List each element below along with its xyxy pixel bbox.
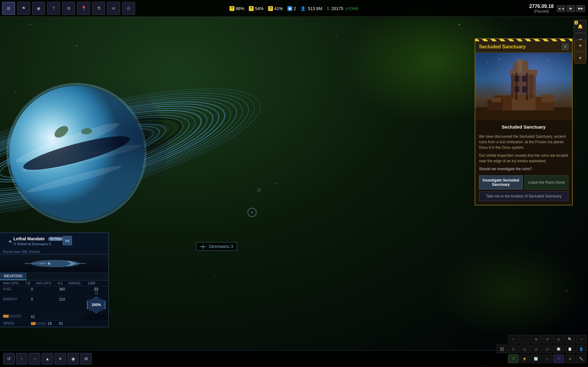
svg-point-43 <box>367 245 368 245</box>
br-btn-target2[interactable]: ◎ <box>553 335 564 343</box>
bottom-left-buttons: ↺ ↑ → ▲ ✕ ◉ ⚙ <box>0 353 95 365</box>
stat-icon-question1: ? <box>229 6 234 11</box>
stat-blue-count: ◉ 2 <box>288 6 296 11</box>
leave-ruins-button[interactable]: Leave the Ruins Alone <box>525 175 568 189</box>
stat-yellow1-value: 66% <box>236 6 244 11</box>
svg-point-76 <box>48 262 50 265</box>
br-btn-zoom-out[interactable]: - <box>519 335 530 343</box>
energy-percent-hex: 100% <box>87 297 105 313</box>
br-btn-grid4[interactable]: ◳ <box>542 345 552 353</box>
play-button[interactable]: ▶ <box>567 5 575 12</box>
bottom-btn-arrow[interactable]: → <box>29 353 40 365</box>
notification-badge: 1 <box>575 21 578 24</box>
br-btn-shield2[interactable]: 🛡 <box>553 354 564 363</box>
br-btn-plus2[interactable]: + <box>576 335 586 343</box>
bottom-btn-gear[interactable]: ⚙ <box>80 353 92 365</box>
br-btn-shield[interactable]: 🛡 <box>508 354 518 363</box>
weapons-tabs: WEAPONS <box>0 273 108 280</box>
speed-col3: 61 <box>28 314 56 320</box>
event-content: Secluded Sanctuary We have discovered th… <box>475 120 572 205</box>
br-btn-zoom-in[interactable]: + <box>508 335 518 343</box>
event-description-2: Our orbital inspection reveals that the … <box>479 153 568 164</box>
event-question: Should we investigate the ruins? <box>479 166 568 172</box>
br-btn-energy[interactable]: ⚡ <box>519 354 530 363</box>
speed-bar-cell <box>0 314 28 320</box>
event-panel: Secluded Sanctuary ✕ <box>475 38 573 205</box>
speed-num: 18 <box>47 321 51 326</box>
energy-col3: 210 <box>56 296 84 314</box>
speed-empty <box>84 320 108 327</box>
svg-point-70 <box>548 60 548 61</box>
weapons-tab[interactable]: WEAPONS <box>0 273 26 280</box>
event-panel-close-button[interactable]: ✕ <box>562 44 568 50</box>
svg-point-33 <box>459 24 460 25</box>
br-btn-person[interactable]: 👤 <box>576 345 586 353</box>
br-btn-clipboard[interactable]: 📋 <box>565 345 575 353</box>
fleet-ship-type: Escort (size 382, Escort) <box>0 249 108 254</box>
notification-button[interactable]: 1 🔔 <box>574 20 586 33</box>
fleet-ship-icon: ⋈ <box>63 236 72 245</box>
br-btn-search[interactable]: 🔍 <box>565 335 575 343</box>
range-label: RANGE: <box>69 281 81 285</box>
bottom-btn-minus[interactable]: ✕ <box>55 353 66 365</box>
locate-button[interactable]: Take me to the location of Secluded Sanc… <box>479 191 568 201</box>
toolbar-btn-circle[interactable]: ⊙ <box>122 2 135 15</box>
ship-illustration <box>24 254 86 273</box>
event-settings-btn-2[interactable]: ✦ <box>574 52 586 64</box>
br-btn-zoom-min[interactable]: ⊖ <box>542 335 552 343</box>
toolbar-btn-pin[interactable]: ⚙ <box>62 2 75 15</box>
bottom-btn-up[interactable]: ↑ <box>16 353 28 365</box>
speed-extra <box>56 314 84 320</box>
event-image <box>475 53 572 120</box>
energy-label: ENERGY <box>0 296 28 314</box>
top-stats: ? 66% ? 54% ? 41% ◉ 2 👤 513 8M $ 20175 (… <box>229 0 358 17</box>
max-dps-value: 7.8 <box>25 281 30 285</box>
speed-bar-fill-2 <box>31 322 36 325</box>
br-btn-grid2[interactable]: ◱ <box>519 345 530 353</box>
stat-credits: $ 20175 (+2344) <box>327 6 358 11</box>
weapons-stats-row: MAX DPS: 7.8 AVG DPS: 4.1 RANGE: 1200 <box>0 280 108 286</box>
ruins-illustration <box>475 53 572 120</box>
fleet-mission: Refuel at Desmaanu 3 <box>17 242 51 246</box>
bottom-btn-target[interactable]: ◉ <box>67 353 79 365</box>
fleet-arrow-left[interactable]: ◄ <box>6 238 13 244</box>
toolbar-btn-camera[interactable]: ◉ <box>32 2 45 15</box>
br-btn-add[interactable]: ⊕ <box>565 354 575 363</box>
br-btn-grid3[interactable]: ◲ <box>531 345 541 353</box>
br-btn-wrench[interactable]: 🔧 <box>576 354 586 363</box>
stat-yellow3: ? 41% <box>268 6 283 11</box>
br-btn-grid1[interactable]: ◰ <box>508 345 518 353</box>
forward-button[interactable]: ▶▶ <box>576 5 585 12</box>
svg-point-69 <box>499 59 500 60</box>
fuel-stacked: 22 72 <box>84 286 108 296</box>
toolbar-btn-flag[interactable]: ⚑ <box>17 2 30 15</box>
bottom-btn-triangle[interactable]: ▲ <box>42 353 53 365</box>
br-btn-rotate[interactable]: 🔄 <box>531 354 541 363</box>
bottom-right-row-2: ⬛ ◰ ◱ ◲ ◳ 🔲 📋 👤 <box>497 345 586 353</box>
toolbar-btn-science[interactable]: ⚗ <box>92 2 105 15</box>
rewind-button[interactable]: ◄◄ <box>557 5 565 12</box>
fleet-header-container: ◄ Lethal Mandate 7th Fleet ⊙ Refuel at D… <box>3 234 83 248</box>
event-btn-row-1: Investigate Secluded Sanctuary Leave the… <box>479 175 568 189</box>
br-btn-spin[interactable]: ⭮ <box>542 354 552 363</box>
br-btn-zoom-fit[interactable]: ⊕ <box>531 335 541 343</box>
bottom-btn-refresh[interactable]: ↺ <box>3 353 15 365</box>
fuel-label: FUEL <box>0 286 28 296</box>
stat-blue-value: 2 <box>294 6 296 11</box>
energy-col2: 0 <box>28 296 56 314</box>
fuel-col2: 0 <box>28 286 56 296</box>
event-panel-title: Secluded Sanctuary <box>479 44 526 50</box>
toolbar-btn-help[interactable]: ? <box>47 2 60 15</box>
toolbar-btn-lab[interactable]: 📍 <box>77 2 90 15</box>
avg-dps-value: 4.1 <box>58 281 62 285</box>
toolbar-btn-grid[interactable]: ≋ <box>107 2 120 15</box>
toolbar-btn-select[interactable]: ⊞ <box>2 2 15 15</box>
fleet-panel: ◄ Lethal Mandate 7th Fleet ⊙ Refuel at D… <box>0 233 109 327</box>
cursor-center <box>251 212 253 213</box>
br-btn-frame[interactable]: 🔲 <box>553 345 564 353</box>
investigate-button[interactable]: Investigate Secluded Sanctuary <box>479 175 523 189</box>
event-settings-btn-1[interactable]: ✦ <box>574 40 586 51</box>
fuel-val-bottom: 72 <box>94 291 98 295</box>
br-btn-square[interactable]: ⬛ <box>497 345 507 353</box>
ship-stats: FUEL 0 360 22 72 ENERGY 0 210 100% SPEED… <box>0 286 108 320</box>
